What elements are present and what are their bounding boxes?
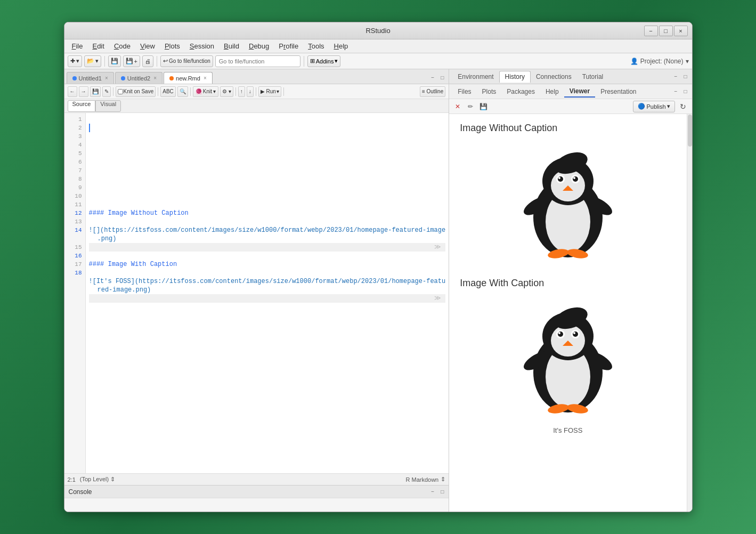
toolbar-sep1 (104, 56, 105, 67)
clear-viewer-icon[interactable]: ✕ (452, 101, 463, 112)
subtab-files[interactable]: Files (452, 86, 476, 98)
code-line-link2b: red-image.png) (89, 286, 446, 294)
code-line (89, 183, 446, 192)
ed-sep1 (113, 87, 113, 96)
code-line-heading1: #### Image Without Caption (89, 209, 446, 217)
knit-button[interactable]: 🧶 Knit ▾ (193, 86, 218, 97)
code-line-fold2: ≫ (89, 294, 446, 303)
subtab-viewer[interactable]: Viewer (564, 86, 595, 98)
redo-button[interactable]: → (79, 86, 88, 97)
menu-plots[interactable]: Plots (160, 41, 184, 51)
expand-icon[interactable]: □ (438, 73, 446, 82)
pen-icon[interactable]: ✏ (465, 101, 476, 112)
window-controls: − □ × (644, 26, 688, 36)
menu-view[interactable]: View (136, 41, 159, 51)
run-button[interactable]: ▶ Run ▾ (258, 86, 281, 97)
publish-button[interactable]: 🔵 Publish ▾ (633, 101, 674, 112)
menu-file[interactable]: File (68, 41, 87, 51)
save-viewer-icon[interactable]: 💾 (478, 101, 489, 112)
sub-minimize-icon[interactable]: − (672, 87, 680, 96)
console-expand-icon[interactable]: □ (438, 488, 446, 496)
tab-close-newrmd[interactable]: × (204, 75, 207, 81)
tab-connections[interactable]: Connections (531, 71, 577, 83)
print-button[interactable]: 🖨 (142, 55, 153, 67)
tab-new-rmd[interactable]: new.Rmd × (164, 72, 213, 84)
open-file-button[interactable]: 📂 ▾ (84, 55, 101, 67)
svg-point-25 (573, 332, 575, 334)
subtab-packages[interactable]: Packages (501, 86, 540, 98)
print-icon: 🖨 (145, 58, 151, 64)
find-button[interactable]: 🔍 (177, 86, 188, 97)
console-icons: − □ (428, 488, 446, 496)
menu-help[interactable]: Help (330, 41, 353, 51)
code-editor[interactable]: 1 2 3 4 5 6 7 8 9 10 11 12 13 14 15 16 (64, 113, 449, 473)
right-expand-icon[interactable]: □ (681, 72, 690, 81)
project-label: 👤 Project: (None) ▾ (630, 58, 689, 65)
minimize-button[interactable]: − (644, 26, 658, 36)
menu-code[interactable]: Code (110, 41, 135, 51)
visual-button[interactable]: Visual (95, 100, 121, 112)
code-line (89, 149, 446, 158)
tab-dot (121, 76, 125, 80)
viewer-panel: Environment History Connections Tutorial… (449, 69, 692, 512)
tab-close-untitled2[interactable]: × (153, 75, 157, 81)
save-editor-button[interactable]: 💾 (90, 86, 101, 97)
project-icon: 👤 (630, 58, 638, 65)
menu-edit[interactable]: Edit (88, 41, 108, 51)
right-collapse-icon[interactable]: − (672, 72, 680, 81)
outline-button[interactable]: ≡ Outline (420, 86, 445, 97)
source-button[interactable]: Source (68, 100, 96, 112)
subtab-presentation[interactable]: Presentation (595, 86, 641, 98)
new-icon: ✚ (70, 58, 75, 64)
maximize-button[interactable]: □ (659, 26, 673, 36)
collapse-icon[interactable]: − (428, 73, 437, 82)
tab-close-untitled1[interactable]: × (105, 75, 108, 81)
find-replace-button[interactable]: ✎ (102, 86, 111, 97)
save-all-icon: 💾 (126, 58, 133, 64)
undo-button[interactable]: ← (68, 86, 77, 97)
move-down-button[interactable]: ↓ (247, 86, 254, 97)
main-window: RStudio − □ × File Edit Code View Plots … (64, 22, 693, 512)
menu-bar: File Edit Code View Plots Session Build … (64, 39, 692, 53)
viewer-scrollbar[interactable] (687, 114, 692, 512)
sub-maximize-icon[interactable]: □ (681, 87, 690, 96)
console-collapse-icon[interactable]: − (428, 488, 437, 496)
code-line (89, 175, 446, 183)
menu-build[interactable]: Build (220, 41, 243, 51)
right-top-tabs: Environment History Connections Tutorial… (449, 69, 692, 84)
editor-toolbar: ← → 💾 ✎ Knit on Save ABC 🔍 🧶 Knit ▾ (64, 84, 449, 99)
close-button[interactable]: × (674, 26, 688, 36)
code-content[interactable]: #### Image Without Caption ![](https://i… (86, 113, 449, 473)
new-file-button[interactable]: ✚ ▾ (68, 55, 82, 67)
tab-untitled2[interactable]: Untitled2 × (115, 72, 162, 84)
addins-dropdown[interactable]: ⊞ Addins ▾ (307, 55, 341, 67)
svg-point-5 (558, 176, 563, 182)
knit-on-save-checkbox[interactable] (118, 89, 123, 94)
svg-point-22 (558, 332, 560, 334)
move-up-button[interactable]: ↑ (238, 86, 245, 97)
menu-profile[interactable]: Profile (274, 41, 303, 51)
save-button[interactable]: 💾 (108, 55, 121, 67)
settings-button[interactable]: ⚙ ▾ (220, 86, 233, 97)
section2-title: Image With Caption (460, 278, 676, 289)
console-panel: Console − □ (64, 485, 449, 512)
new-arrow: ▾ (76, 58, 79, 64)
spellcheck-button[interactable]: ABC (160, 86, 176, 97)
open-arrow: ▾ (95, 58, 99, 64)
knit-on-save-button[interactable]: Knit on Save (116, 86, 156, 97)
tab-tutorial[interactable]: Tutorial (577, 71, 609, 83)
grid-icon: ⊞ (310, 58, 315, 64)
save-all-button[interactable]: 💾+ (123, 55, 140, 67)
refresh-button[interactable]: ↻ (677, 101, 689, 112)
tab-history[interactable]: History (499, 71, 531, 83)
search-input[interactable] (215, 55, 300, 67)
tab-environment[interactable]: Environment (452, 71, 499, 83)
subtab-help[interactable]: Help (540, 86, 564, 98)
tab-untitled1[interactable]: Untitled1 × (67, 72, 114, 84)
menu-tools[interactable]: Tools (304, 41, 328, 51)
menu-session[interactable]: Session (185, 41, 218, 51)
navigate-button[interactable]: ↩ Go to file/function (160, 55, 213, 67)
menu-debug[interactable]: Debug (245, 41, 273, 51)
subtab-plots[interactable]: Plots (477, 86, 502, 98)
ed-sep5 (256, 87, 256, 96)
